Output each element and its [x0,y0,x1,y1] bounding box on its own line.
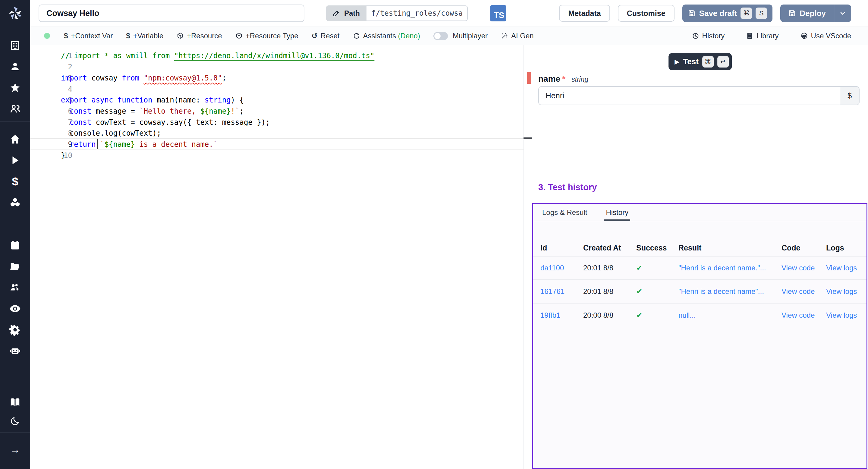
created-at: 20:01 8/8 [583,264,636,272]
job-id-link[interactable]: 19ffb1 [540,311,583,319]
tab-logs-result[interactable]: Logs & Result [542,204,587,221]
job-id-link[interactable]: da1100 [540,264,583,272]
code-line[interactable]: 2 [30,61,532,73]
multiplayer-toggle[interactable] [433,32,448,40]
result-link[interactable]: null... [678,311,781,319]
multiplayer-toggle-group: Multiplayer [433,32,488,40]
schedules-icon[interactable] [0,235,30,256]
view-logs-link[interactable]: View logs [826,264,867,272]
package-icon [177,32,184,39]
windmill-logo-icon[interactable] [0,0,30,27]
deploy-save-icon [788,9,796,17]
success-check-icon: ✔ [636,264,678,272]
code-line[interactable]: 7 const cowText = cowsay.say({ text: mes… [30,117,532,128]
metadata-button[interactable]: Metadata [559,5,610,22]
editor-toolbar: $ +Context Var $ +Variable +Resource +Re… [30,27,868,45]
github-icon [801,32,808,40]
home-icon[interactable] [0,129,30,150]
code-line[interactable]: 9 return `${name} is a decent name.` [30,139,532,150]
path-label: Path [344,9,360,18]
tab-history[interactable]: History [606,204,628,221]
add-context-var-button[interactable]: $ +Context Var [64,32,113,40]
code-line[interactable]: 4 [30,84,532,95]
history-table-row: 16176120:01 8/8✔"Henri is a decent name"… [533,280,867,304]
history-button[interactable]: History [692,32,725,40]
argument-name: name [538,74,560,84]
code-line[interactable]: 3import cowsay from "npm:cowsay@1.5.0"; [30,72,532,84]
groups-icon[interactable] [0,98,30,119]
path-value-field[interactable]: f/testing_roles/cowsa [367,5,468,21]
docs-book-icon[interactable] [0,392,30,413]
workers-robot-icon[interactable] [0,340,30,362]
deploy-button[interactable]: Deploy [780,4,834,22]
resources-icon[interactable] [0,192,30,213]
success-check-icon: ✔ [636,287,678,296]
dollar-icon: $ [64,32,68,40]
assistants-lang: (Deno) [398,32,420,40]
play-icon: ▶ [675,58,679,65]
star-icon[interactable] [0,77,30,98]
code-editor[interactable]: 1// import * as wmill from "https://deno… [30,45,532,469]
insert-variable-button[interactable]: $ [840,87,859,104]
variables-icon[interactable]: $ [0,171,30,192]
customise-button[interactable]: Customise [618,5,675,22]
test-button[interactable]: ▶ Test ⌘ ↵ [669,53,732,70]
runs-icon[interactable] [0,150,30,171]
deploy-dropdown-button[interactable] [834,4,851,22]
created-at: 20:00 8/8 [583,311,636,319]
folders-icon[interactable] [0,256,30,277]
typescript-badge[interactable]: TS [490,5,506,22]
view-code-link[interactable]: View code [781,264,826,272]
assistants-button[interactable]: Assistants (Deno) [353,32,420,40]
code-line[interactable]: 6 const message = `Hello there, ${name}!… [30,106,532,117]
audit-eye-icon[interactable] [0,298,30,319]
pencil-icon [333,10,340,17]
groups-admin-icon[interactable] [0,277,30,298]
undo-icon: ↺ [312,32,318,40]
use-vscode-button[interactable]: Use VScode [801,32,851,40]
save-draft-button[interactable]: Save draft ⌘ S [682,4,773,22]
path-group: Path f/testing_roles/cowsa [326,5,468,21]
code-line[interactable]: 8 console.log(cowText); [30,128,532,139]
script-title-input[interactable] [38,4,304,22]
add-resource-type-button[interactable]: +Resource Type [236,32,299,40]
view-logs-link[interactable]: View logs [826,311,867,319]
result-link[interactable]: "Henri is a decent name"... [678,287,781,296]
result-link[interactable]: "Henri is a decent name."... [678,264,781,272]
created-at: 20:01 8/8 [583,287,636,296]
history-tabs: Logs & Result History [533,204,867,221]
reset-button[interactable]: ↺ Reset [312,32,340,40]
dark-mode-moon-icon[interactable] [0,413,30,430]
deploy-label: Deploy [800,9,826,18]
history-table: Id Created At Success Result Code Logs d… [533,240,867,327]
settings-gear-icon[interactable] [0,319,30,340]
library-button[interactable]: Library [746,32,778,40]
view-code-link[interactable]: View code [781,311,826,319]
path-edit-button[interactable]: Path [326,5,367,21]
collapse-arrow-icon[interactable]: → [0,439,30,460]
package-icon [236,32,243,39]
view-logs-link[interactable]: View logs [826,287,867,296]
line-number: 2 [30,63,72,71]
code-line[interactable]: 10} [30,150,532,161]
overview-ruler-error-marker [527,72,531,84]
save-icon [688,9,695,17]
overview-ruler-cursor-marker [524,137,532,139]
dollar-icon: $ [126,32,130,40]
workspace-icon[interactable] [0,35,30,56]
argument-input-group: Henri $ [538,86,860,105]
user-icon[interactable] [0,56,30,77]
code-line[interactable]: 1// import * as wmill from "https://deno… [30,50,532,61]
book-icon [746,32,753,39]
cmd-keycap: ⌘ [741,7,752,19]
job-id-link[interactable]: 161761 [540,287,583,296]
history-clock-icon [692,32,699,40]
s-keycap: S [755,7,767,19]
argument-value-input[interactable]: Henri [539,87,840,104]
add-resource-button[interactable]: +Resource [177,32,222,40]
add-variable-button[interactable]: $ +Variable [126,32,163,40]
test-panel: ▶ Test ⌘ ↵ name* string Henri $ 3. Test … [532,45,868,469]
code-line[interactable]: 5export async function main(name: string… [30,95,532,106]
ai-gen-button[interactable]: AI Gen [501,32,534,40]
view-code-link[interactable]: View code [781,287,826,296]
